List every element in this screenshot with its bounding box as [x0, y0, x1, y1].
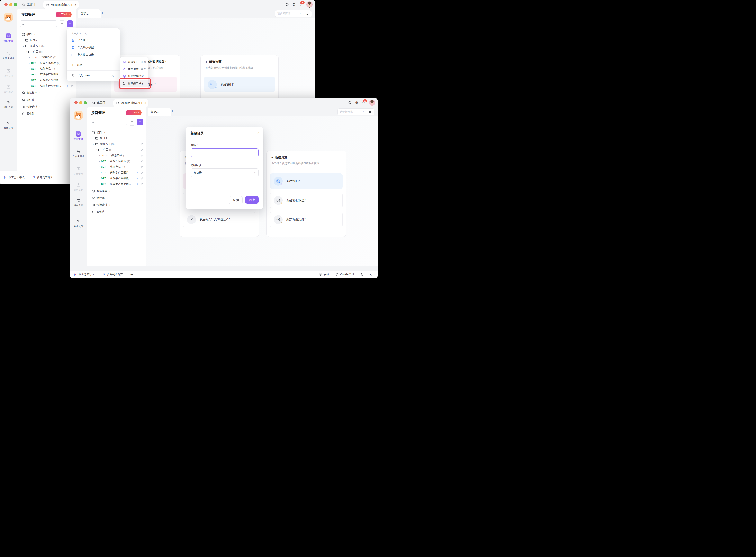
user-avatar[interactable] [307, 1, 313, 7]
create-model-tile[interactable]: + 新建“数据模型” [270, 193, 343, 208]
tree-row[interactable]: 回收站 [19, 111, 75, 117]
minimize-window-button[interactable] [79, 101, 82, 104]
import-from-main-button[interactable]: 从主分支导入 [70, 271, 98, 278]
project-tab[interactable]: Medusa 商城 API × [43, 1, 79, 8]
menu-item[interactable]: 导入接口目录 [67, 51, 120, 58]
minimize-window-button[interactable] [9, 3, 12, 6]
expand-chevron-icon[interactable]: ∨ [22, 45, 25, 47]
filter-button[interactable] [59, 21, 65, 27]
directory-name-input[interactable] [191, 148, 259, 157]
zoom-window-button[interactable] [14, 3, 17, 6]
link-icon[interactable] [140, 177, 143, 180]
tree-row[interactable]: ∨ 商城 API (6) [88, 141, 145, 147]
merge-to-main-button[interactable]: 合并到主分支 [98, 271, 126, 278]
online-status-icon[interactable] [319, 273, 322, 276]
link-icon[interactable] [140, 166, 143, 169]
tree-row[interactable]: GET 获取参产品视频 [88, 175, 145, 181]
workspace-tab-active[interactable]: 新建... [148, 108, 171, 116]
tree-row[interactable]: › POST 搜索产品 (2) [19, 54, 75, 60]
zoom-window-button[interactable] [84, 101, 87, 104]
submenu-item[interactable]: 新建接口 ⌘ N [120, 58, 148, 66]
cancel-button[interactable]: 取 消 [229, 196, 242, 204]
tree-row[interactable]: › GET 获取产品列表 (2) [19, 60, 75, 66]
collapse-sidebar-button[interactable]: ⇤ [127, 271, 137, 278]
tree-row[interactable]: GET 获取参产品使用... [88, 181, 145, 187]
refresh-icon[interactable] [285, 3, 289, 6]
parent-directory-select[interactable]: 根目录 ∨ [191, 169, 259, 177]
environment-select[interactable]: 请选择环境 [338, 110, 362, 114]
tree-row[interactable]: 数据模型 ▸ [88, 188, 145, 194]
rail-item-share-docs[interactable]: 分享文档 [70, 167, 87, 176]
rail-item-request-history[interactable]: 请求历史 [0, 85, 17, 93]
rail-item-api-management[interactable]: 接口管理 [0, 33, 17, 42]
environment-select[interactable]: 请选择环境 [275, 12, 300, 16]
settings-gear-icon[interactable]: ⚙ [355, 101, 358, 105]
tree-row[interactable]: 根目录 [88, 135, 145, 141]
tree-row[interactable]: 组件库 ▸ [88, 195, 145, 201]
expand-chevron-icon[interactable]: ∨ [95, 148, 98, 151]
branch-badge[interactable]: 07w1 ∨ [56, 12, 71, 17]
close-tab-icon[interactable]: × [75, 3, 76, 6]
rail-item-automated-testing[interactable]: 自动化测试 [70, 149, 87, 158]
import-from-main-button[interactable]: 从主分支导入 [0, 171, 28, 183]
rail-item-api-management[interactable]: 接口管理 [70, 131, 87, 141]
tree-row[interactable]: GET 获取参产品图片 [19, 71, 75, 77]
hamburger-menu-icon[interactable]: ≡ [366, 110, 374, 114]
tree-row[interactable]: GET 获取参产品图片 [88, 170, 145, 175]
home-tab[interactable]: 主窗口 [92, 100, 105, 106]
menu-item[interactable]: 导入接口 [67, 36, 120, 44]
add-button[interactable]: + [137, 119, 143, 125]
tree-row[interactable]: › GET 获取产品 (2) [88, 164, 145, 170]
expand-chevron-icon[interactable]: › [98, 160, 101, 163]
tree-row[interactable]: 数据模型 ▸ [19, 90, 75, 96]
create-api-tile[interactable]: + 新建“接口” [204, 77, 275, 92]
close-window-button[interactable] [4, 3, 7, 6]
link-icon[interactable] [140, 160, 143, 163]
branch-badge[interactable]: 07w1 ∨ [125, 110, 142, 115]
tree-row[interactable]: 根目录 [19, 37, 75, 43]
home-tab[interactable]: 主窗口 [22, 2, 35, 7]
link-icon[interactable] [140, 154, 143, 157]
rail-item-project-settings[interactable]: 项目设置 [70, 198, 87, 207]
theme-shirt-icon[interactable] [360, 273, 364, 276]
tree-row[interactable]: 回收站 [88, 209, 145, 215]
new-tab-plus-icon[interactable]: + [171, 109, 173, 113]
hamburger-menu-icon[interactable]: ≡ [303, 12, 312, 16]
filter-button[interactable] [129, 119, 135, 125]
tree-row[interactable]: ∨ 产品 (6) [19, 49, 75, 54]
confirm-button[interactable]: 确 定 [245, 196, 259, 204]
notifications-bell-icon[interactable]: 1 [361, 101, 366, 105]
link-icon[interactable] [70, 84, 73, 88]
cookie-icon[interactable] [335, 273, 339, 276]
tab-more-icon[interactable]: ⋯ [110, 11, 113, 15]
workspace-tab-active[interactable]: 新建... [78, 9, 100, 18]
tree-row[interactable]: GET 获取参产品视频 [19, 77, 75, 83]
link-icon[interactable] [140, 171, 143, 174]
tree-row[interactable]: GET 获取参产品使用... [19, 83, 75, 89]
project-logo-avatar[interactable] [74, 111, 83, 120]
tree-row[interactable]: 快捷请求 ▸ [88, 202, 145, 208]
tree-row[interactable]: ∨ 产品 (6) [88, 147, 145, 152]
add-button[interactable]: + [67, 21, 73, 27]
link-icon[interactable] [140, 143, 143, 146]
notifications-bell-icon[interactable]: 1 [299, 3, 303, 6]
import-response-tile[interactable]: ↓ 从主分支导入“响应组件” [183, 212, 256, 227]
rail-item-invite-members[interactable]: 邀请成员 [70, 219, 87, 228]
rail-item-share-docs[interactable]: 分享文档 [0, 69, 17, 78]
close-tab-icon[interactable]: × [144, 101, 146, 105]
tree-row[interactable]: ∨ 商城 API (6) [19, 43, 75, 49]
tree-row[interactable]: › GET 获取产品列表 (2) [88, 158, 145, 164]
submenu-item[interactable]: 快捷请求 ⌘ T [120, 66, 148, 73]
tree-row[interactable]: 组件库 ▸ [19, 97, 75, 102]
expand-chevron-icon[interactable]: › [98, 166, 101, 168]
menu-item-new[interactable]: + 新建 › [67, 62, 120, 69]
cookie-manage-label[interactable]: Cookie 管理 [340, 272, 354, 276]
link-icon[interactable] [140, 148, 143, 151]
rail-item-automated-testing[interactable]: 自动化测试 [0, 51, 17, 60]
tree-row[interactable]: › POST 搜索产品 (2) [88, 152, 145, 158]
help-icon[interactable]: ? [369, 272, 372, 276]
tab-more-icon[interactable]: ⋯ [180, 109, 183, 113]
close-window-button[interactable] [75, 101, 78, 104]
project-tab[interactable]: Medusa 商城 API × [113, 99, 148, 107]
new-tab-plus-icon[interactable]: + [101, 11, 104, 15]
